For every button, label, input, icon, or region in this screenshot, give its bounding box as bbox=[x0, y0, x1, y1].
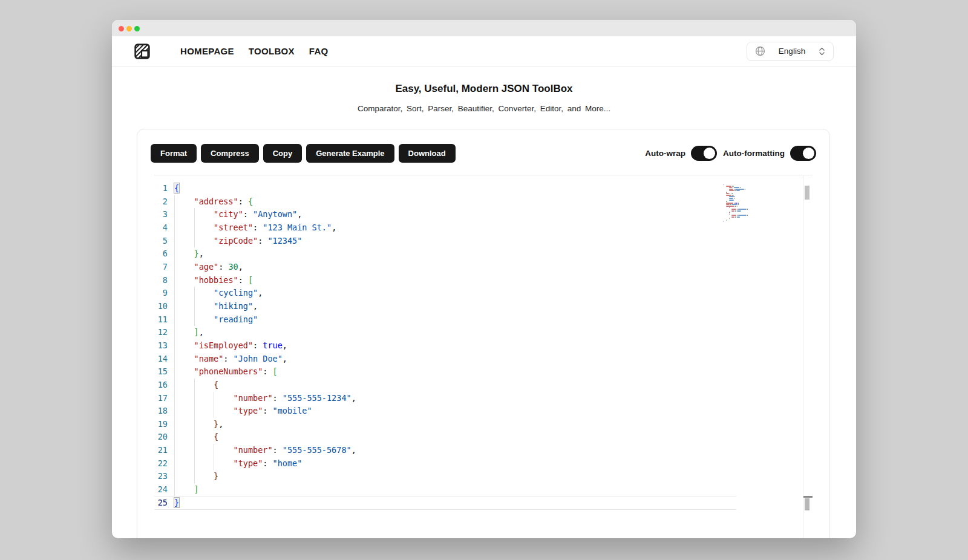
auto-wrap-label: Auto-wrap bbox=[645, 149, 685, 158]
line-number[interactable]: 16 bbox=[154, 379, 168, 392]
line-number[interactable]: 17 bbox=[154, 392, 168, 405]
code-line-12[interactable]: 12], bbox=[154, 326, 736, 339]
code-line-1[interactable]: 1{ bbox=[154, 182, 736, 195]
indent-guide bbox=[194, 300, 195, 313]
format-button[interactable]: Format bbox=[151, 144, 197, 163]
indent-guide bbox=[194, 221, 195, 235]
line-number[interactable]: 7 bbox=[154, 261, 168, 274]
line-number[interactable]: 5 bbox=[154, 235, 168, 248]
line-number[interactable]: 10 bbox=[154, 300, 168, 313]
line-number[interactable]: 12 bbox=[154, 326, 168, 339]
zoom-button[interactable] bbox=[134, 26, 140, 31]
line-number[interactable]: 8 bbox=[154, 274, 168, 287]
minimize-button[interactable] bbox=[126, 26, 132, 31]
nav-link-faq[interactable]: FAQ bbox=[309, 46, 329, 56]
minimap[interactable] bbox=[720, 184, 805, 244]
code-line-5[interactable]: 5"zipCode": "12345" bbox=[154, 235, 736, 248]
code-line-16[interactable]: 16{ bbox=[154, 379, 736, 392]
line-content: "type": "mobile" bbox=[174, 405, 312, 418]
close-button[interactable] bbox=[119, 26, 124, 31]
code-line-13[interactable]: 13"isEmployed": true, bbox=[154, 339, 736, 353]
code-line-2[interactable]: 2"address": { bbox=[154, 195, 736, 209]
line-content: { bbox=[174, 379, 218, 392]
line-number[interactable]: 18 bbox=[154, 405, 168, 418]
minimap-line bbox=[734, 196, 735, 197]
line-number[interactable]: 22 bbox=[154, 457, 168, 470]
line-number[interactable]: 3 bbox=[154, 208, 168, 221]
minimap-line bbox=[730, 204, 731, 205]
indent-guide bbox=[174, 483, 175, 497]
code-line-23[interactable]: 23} bbox=[154, 470, 736, 483]
language-selector[interactable]: English bbox=[747, 42, 834, 61]
line-number[interactable]: 23 bbox=[154, 470, 168, 483]
line-content: "number": "555-555-1234", bbox=[174, 392, 356, 405]
indent-guide bbox=[174, 457, 175, 470]
line-number[interactable]: 19 bbox=[154, 418, 168, 431]
line-number[interactable]: 15 bbox=[154, 365, 168, 379]
indent-guide bbox=[194, 431, 195, 444]
line-number[interactable]: 2 bbox=[154, 195, 168, 209]
generate-example-button[interactable]: Generate Example bbox=[306, 144, 394, 163]
line-number[interactable]: 1 bbox=[154, 182, 168, 195]
code-line-4[interactable]: 4"street": "123 Main St.", bbox=[154, 221, 736, 235]
auto-wrap-toggle[interactable] bbox=[691, 146, 717, 161]
indent-guide bbox=[174, 444, 175, 457]
code-line-20[interactable]: 20{ bbox=[154, 431, 736, 444]
line-number[interactable]: 6 bbox=[154, 247, 168, 261]
download-button[interactable]: Download bbox=[399, 144, 456, 163]
line-number[interactable]: 13 bbox=[154, 339, 168, 353]
line-number[interactable]: 9 bbox=[154, 287, 168, 300]
line-number[interactable]: 24 bbox=[154, 483, 168, 497]
line-number[interactable]: 25 bbox=[154, 497, 168, 510]
code-line-9[interactable]: 9"cycling", bbox=[154, 287, 736, 300]
copy-button[interactable]: Copy bbox=[263, 144, 302, 163]
line-number[interactable]: 14 bbox=[154, 353, 168, 366]
nav-link-toolbox[interactable]: TOOLBOX bbox=[249, 46, 295, 56]
indent-guide bbox=[214, 444, 214, 457]
line-content: }, bbox=[174, 247, 204, 261]
indent-guide bbox=[174, 405, 175, 418]
code-line-7[interactable]: 7"age": 30, bbox=[154, 261, 736, 274]
code-line-17[interactable]: 17"number": "555-555-1234", bbox=[154, 392, 736, 405]
line-number[interactable]: 20 bbox=[154, 431, 168, 444]
compress-button[interactable]: Compress bbox=[201, 144, 259, 163]
minimap-line bbox=[737, 215, 737, 216]
page-subtitle: Comparator, Sort, Parser, Beautifier, Co… bbox=[112, 104, 856, 113]
indent-guide bbox=[174, 274, 175, 287]
minimap-line bbox=[724, 221, 724, 222]
code-line-25[interactable]: 25} bbox=[154, 497, 736, 510]
indent-guide bbox=[194, 287, 195, 300]
line-content: "age": 30, bbox=[174, 261, 243, 274]
line-number[interactable]: 21 bbox=[154, 444, 168, 457]
code-line-8[interactable]: 8"hobbies": [ bbox=[154, 274, 736, 287]
code-line-15[interactable]: 15"phoneNumbers": [ bbox=[154, 365, 736, 379]
indent-guide bbox=[174, 379, 175, 392]
indent-guide bbox=[174, 431, 175, 444]
indent-guide bbox=[174, 247, 175, 261]
code-line-14[interactable]: 14"name": "John Doe", bbox=[154, 353, 736, 366]
code-line-11[interactable]: 11"reading" bbox=[154, 313, 736, 327]
logo-icon[interactable] bbox=[134, 44, 150, 59]
code-line-21[interactable]: 21"number": "555-555-5678", bbox=[154, 444, 736, 457]
line-number[interactable]: 4 bbox=[154, 221, 168, 235]
nav-link-homepage[interactable]: HOMEPAGE bbox=[180, 46, 234, 56]
code-line-24[interactable]: 24] bbox=[154, 483, 736, 497]
code-line-3[interactable]: 3"city": "Anytown", bbox=[154, 208, 736, 221]
json-editor[interactable]: 1{2"address": {3"city": "Anytown",4"stre… bbox=[154, 175, 813, 538]
code-line-10[interactable]: 10"hiking", bbox=[154, 300, 736, 313]
indent-guide bbox=[174, 300, 175, 313]
line-number[interactable]: 11 bbox=[154, 313, 168, 327]
code-line-6[interactable]: 6}, bbox=[154, 247, 736, 261]
minimap-line bbox=[736, 190, 741, 191]
code-line-18[interactable]: 18"type": "mobile" bbox=[154, 405, 736, 418]
line-content: ] bbox=[174, 483, 199, 497]
indent-guide bbox=[194, 470, 195, 483]
minimap-line bbox=[735, 217, 736, 218]
minimap-line bbox=[747, 215, 748, 216]
minimap-line bbox=[734, 198, 734, 199]
scrollbar-thumb[interactable] bbox=[805, 186, 809, 200]
code-line-22[interactable]: 22"type": "home" bbox=[154, 457, 736, 470]
auto-formatting-toggle[interactable] bbox=[790, 146, 816, 161]
code-line-19[interactable]: 19}, bbox=[154, 418, 736, 431]
line-content: } bbox=[174, 497, 179, 510]
